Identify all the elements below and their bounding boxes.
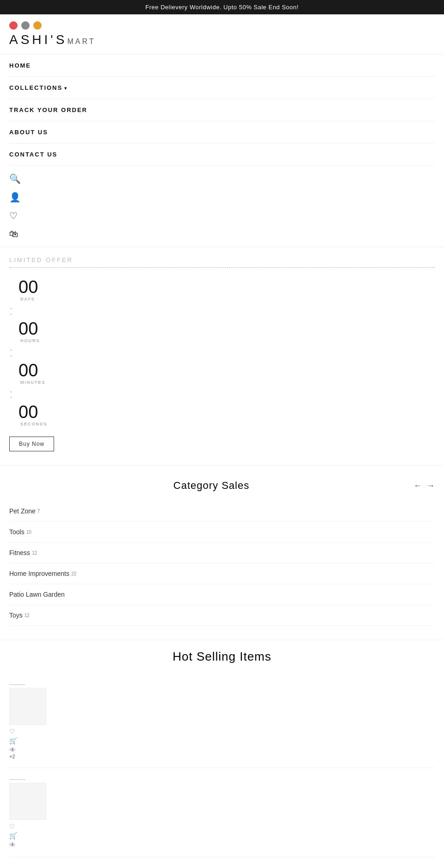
countdown-minutes: 00 MINUTES: [9, 360, 435, 387]
logo-text: ASHI'SMART: [9, 32, 95, 47]
category-list: Pet Zone 7 Tools 10 Fitness 12 Home Impr…: [9, 501, 435, 626]
category-pet-zone-count: 7: [37, 509, 40, 514]
product-card-2: ♡ 🛒 👁: [9, 768, 435, 857]
category-prev-arrow[interactable]: ←: [413, 481, 422, 491]
seconds-value: 00: [18, 403, 38, 421]
category-toys-name: Toys: [9, 612, 23, 619]
search-icon[interactable]: 🔍: [9, 170, 435, 187]
product-cart-icon-1[interactable]: 🛒: [9, 737, 435, 744]
seconds-label: SECONDS: [20, 422, 48, 426]
product-action-icons-1: ♡ 🛒 👁: [9, 728, 435, 754]
product-divider-1: [9, 684, 25, 685]
product-image-1[interactable]: [9, 688, 46, 725]
cart-icon[interactable]: 🛍: [9, 226, 435, 242]
separator-3: :: [9, 387, 435, 401]
days-label: DAYS: [20, 297, 35, 301]
product-action-icons-2: ♡ 🛒 👁: [9, 823, 435, 849]
nav-about-us[interactable]: ABOUT US: [9, 121, 435, 144]
header: ASHI'SMART: [0, 14, 444, 54]
nav-contact-us[interactable]: CONTACT US: [9, 144, 435, 166]
category-nav-arrows: ← →: [413, 481, 435, 491]
product-view-icon-1[interactable]: 👁: [9, 746, 435, 754]
countdown-title: LIMITED OFFER: [9, 256, 435, 268]
chevron-down-icon: ▾: [64, 86, 68, 91]
nav-collections-label: COLLECTIONS: [9, 84, 62, 91]
logo-brand: ASHI'S: [9, 32, 67, 47]
hours-value: 00: [18, 320, 38, 337]
hot-selling-title: Hot Selling Items: [9, 649, 435, 664]
product-card-1: ♡ 🛒 👁 +2: [9, 673, 435, 768]
countdown-seconds: 00 SECONDS: [9, 401, 435, 428]
product-card-3: ♡ 🛒 👁: [9, 857, 435, 868]
product-wishlist-icon-2[interactable]: ♡: [9, 823, 435, 830]
top-banner: Free Delievery Worldwide. Upto 50% Sale …: [0, 0, 444, 14]
product-cart-icon-2[interactable]: 🛒: [9, 832, 435, 839]
category-home-improvements-name: Home Improvements: [9, 570, 69, 577]
category-pet-zone-name: Pet Zone: [9, 507, 36, 515]
wishlist-icon[interactable]: ♡: [9, 207, 435, 224]
minutes-label: MINUTES: [20, 380, 46, 385]
logo-dots: [9, 21, 95, 30]
category-section: Category Sales ← → Pet Zone 7 Tools 10 F…: [0, 465, 444, 640]
category-fitness[interactable]: Fitness 12: [9, 543, 435, 563]
minutes-value: 00: [18, 362, 38, 379]
separator-2: :: [9, 345, 435, 360]
logo-area: ASHI'SMART: [9, 21, 95, 47]
category-next-arrow[interactable]: →: [426, 481, 435, 491]
category-pet-zone[interactable]: Pet Zone 7: [9, 501, 435, 522]
category-patio[interactable]: Patio Lawn Garden: [9, 584, 435, 605]
countdown-hours: 00 HOURS: [9, 318, 435, 345]
red-dot: [9, 21, 18, 30]
countdown-days: 00 DAYS: [9, 276, 435, 303]
nav-track-order[interactable]: TRACK YOUR ORDER: [9, 99, 435, 121]
days-value: 00: [18, 278, 38, 296]
countdown-grid: 00 DAYS : 00 HOURS : 00 MINUTES : 00 SEC…: [9, 276, 435, 428]
category-tools-name: Tools: [9, 528, 25, 536]
buy-now-button[interactable]: Buy Now: [9, 437, 54, 451]
gray-dot: [21, 21, 30, 30]
banner-text: Free Delievery Worldwide. Upto 50% Sale …: [145, 4, 298, 11]
product-image-2[interactable]: [9, 783, 46, 820]
nav-collections[interactable]: COLLECTIONS ▾: [9, 77, 435, 99]
product-divider-2: [9, 779, 25, 780]
product-list: ♡ 🛒 👁 +2 ♡ 🛒 👁 ♡ 🛒 👁: [9, 673, 435, 868]
category-fitness-count: 12: [32, 550, 37, 556]
hot-selling-section: Hot Selling Items ♡ 🛒 👁 +2 ♡ 🛒 👁: [0, 640, 444, 868]
category-toys-count: 12: [25, 613, 30, 618]
logo-suffix: MART: [67, 37, 95, 45]
user-icon[interactable]: 👤: [9, 189, 435, 206]
category-fitness-name: Fitness: [9, 549, 30, 556]
nav-home[interactable]: HOME: [9, 55, 435, 77]
product-wishlist-icon-1[interactable]: ♡: [9, 728, 435, 735]
category-home-improvements-count: 22: [71, 571, 76, 576]
category-home-improvements[interactable]: Home Improvements 22: [9, 563, 435, 584]
hours-label: HOURS: [20, 338, 40, 343]
navigation: HOME COLLECTIONS ▾ TRACK YOUR ORDER ABOU…: [0, 54, 444, 166]
category-tools-count: 10: [26, 530, 31, 535]
product-view-icon-2[interactable]: 👁: [9, 841, 435, 849]
icon-row: 🔍 👤 ♡ 🛍: [0, 166, 444, 247]
separator-1: :: [9, 303, 435, 318]
category-patio-name: Patio Lawn Garden: [9, 591, 65, 598]
category-tools[interactable]: Tools 10: [9, 522, 435, 543]
countdown-section: LIMITED OFFER 00 DAYS : 00 HOURS : 00 MI…: [0, 247, 444, 465]
category-toys[interactable]: Toys 12: [9, 605, 435, 626]
category-section-header: Category Sales ← →: [9, 480, 435, 492]
product-more-colors-1: +2: [9, 754, 435, 759]
yellow-dot: [33, 21, 42, 30]
category-title: Category Sales: [9, 480, 413, 492]
